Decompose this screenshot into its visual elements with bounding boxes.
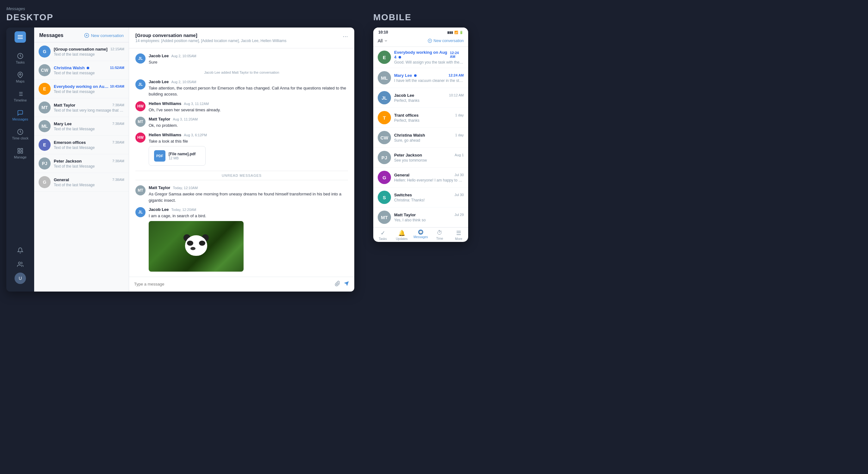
mobile-nav-more[interactable]: ☰ More <box>449 229 468 241</box>
mobile-status-bar: 10:10 ▮▮▮ 📶 🔋 <box>373 28 468 36</box>
conv-item-everybody[interactable]: E Everybody working on Aug 4 10:43AM Tex… <box>34 80 129 98</box>
msg-text-m5: Take a look at this file <box>149 138 348 145</box>
conv-name-matt: Matt Taylor <box>54 103 75 107</box>
mobile-phone: 10:10 ▮▮▮ 📶 🔋 All New conversation <box>373 28 468 242</box>
nav-item-timeline[interactable]: Timeline <box>6 88 34 105</box>
conv-avatar-emerson: E <box>39 139 51 151</box>
send-button[interactable] <box>344 281 349 288</box>
conv-time-christina: 11:52AM <box>110 66 124 69</box>
conv-time-emerson: 7:38AM <box>112 140 124 144</box>
msg-time-m2: Aug 2, 10:05AM <box>172 80 196 84</box>
nav-item-maps[interactable]: Maps <box>6 69 34 86</box>
conv-item-peter[interactable]: PJ Peter Jackson 7:38AM Text of the last… <box>34 154 129 173</box>
msg-time-m6: Today, 12:10AM <box>173 186 198 190</box>
mobile-conv-preview-jacob: Perfect, thanks <box>394 98 464 103</box>
mobile-conv-time-christina: 1 day <box>455 133 464 137</box>
system-message-1: Jacob Lee added Matt Taylor to the conve… <box>135 69 348 75</box>
attachment-icon[interactable] <box>335 281 340 288</box>
message-row-m5: HW Hellen Whilliams Aug 3, 6:12PM Take a… <box>135 132 348 166</box>
msg-avatar-m6: MT <box>135 185 146 195</box>
conv-item-general[interactable]: G General 7:38AM Text of the last Messag… <box>34 173 129 192</box>
nav-item-timeclock[interactable]: Time clock <box>6 126 34 143</box>
mobile-filter-button[interactable]: All <box>378 38 388 43</box>
pdf-icon: PDF <box>154 150 165 162</box>
new-conversation-button[interactable]: New conversation <box>84 33 124 38</box>
nav-label-maps: Maps <box>16 80 25 83</box>
file-size: 12 MB <box>168 156 195 160</box>
conv-item-mary[interactable]: ML Mary Lee 7:38AM Text of the last Mess… <box>34 117 129 136</box>
new-conv-label: New conversation <box>91 33 124 38</box>
mobile-conv-item-switches[interactable]: S Switches Jul 30 Christina: Thanks! <box>373 188 468 208</box>
conv-name-general: General <box>54 178 69 182</box>
mobile-conv-item-general[interactable]: G General Jul 30 Hellen: Hello everyone!… <box>373 167 468 188</box>
app-logo[interactable] <box>14 31 26 43</box>
mobile-nav-time[interactable]: ⏱ Time <box>430 229 449 241</box>
mobile-conv-info-peter: Peter Jackson Aug 1 See you tommorow <box>394 153 464 162</box>
conv-item-matt[interactable]: MT Matt Taylor 7:38AM Text of the last v… <box>34 98 129 117</box>
notification-icon[interactable] <box>14 245 26 256</box>
mobile-conv-item-trant[interactable]: T Trant offices 1 day Perfect, thanks <box>373 108 468 128</box>
msg-text-m6: As Gregor Samsa awoke one morning from u… <box>149 191 348 203</box>
mobile-conv-info-switches: Switches Jul 30 Christina: Thanks! <box>394 193 464 202</box>
mobile-conv-name-christina: Christina Walsh <box>394 133 425 137</box>
mobile-conv-preview-peter: See you tommorow <box>394 158 464 162</box>
mobile-nav-tasks[interactable]: ✓ Tasks <box>373 229 392 241</box>
chat-header: [Group conversation name] 14 employees: … <box>129 28 354 49</box>
mobile-unread-dot-everybody <box>399 56 401 59</box>
people-icon[interactable] <box>14 259 26 270</box>
conv-item-emerson[interactable]: E Emerson offices 7:38AM Text of the las… <box>34 136 129 154</box>
mobile-conversation-list: E Everybody working on Aug 4 12:24 AM Go… <box>373 47 468 227</box>
mobile-nav-tasks-label: Tasks <box>379 237 387 241</box>
message-row-m2: JL Jacob Lee Aug 2, 10:05AM Take attenti… <box>135 80 348 97</box>
panda-nose <box>190 247 195 250</box>
mobile-conv-avatar-jacob: JL <box>378 91 391 104</box>
mobile-nav-updates[interactable]: 🔔 Updates <box>392 229 411 241</box>
msg-sender-m4: Matt Taylor <box>149 117 170 121</box>
mobile-conv-item-jacob[interactable]: JL Jacob Lee 10:12 AM Perfect, thanks <box>373 88 468 108</box>
msg-content-m1: Jacob Lee Aug 2, 10:05AM Sure <box>149 54 348 65</box>
mobile-conv-preview-matt: Yes, I also think so <box>394 218 464 222</box>
user-avatar[interactable]: U <box>14 273 26 284</box>
messages-panel: Messages New conversation G [Group conve… <box>34 28 129 291</box>
mobile-conv-time-mary: 12:24 AM <box>448 73 464 77</box>
nav-item-tasks[interactable]: Tasks <box>6 50 34 67</box>
mobile-conv-preview-trant: Perfect, thanks <box>394 118 464 123</box>
msg-avatar-m1: JL <box>135 54 146 64</box>
mobile-nav-updates-label: Updates <box>396 237 407 241</box>
mobile-conv-preview-switches: Christina: Thanks! <box>394 198 464 202</box>
mobile-nav-messages-label: Messages <box>413 235 428 239</box>
mobile-new-conv-label: New conversation <box>434 39 464 43</box>
mobile-conv-name-matt: Matt Taylor <box>394 213 416 217</box>
nav-label-timeline: Timeline <box>13 98 27 102</box>
conv-item-christina[interactable]: CW Christina Walsh 11:52AM Text of the l… <box>34 61 129 80</box>
conv-time-matt: 7:38AM <box>112 103 124 107</box>
mobile-new-conversation-button[interactable]: New conversation <box>428 39 464 43</box>
mobile-conv-item-matt[interactable]: MT Matt Taylor Jul 29 Yes, I also think … <box>373 208 468 227</box>
conv-info-peter: Peter Jackson 7:38AM Text of the last Me… <box>54 159 124 168</box>
mobile-conv-name-jacob: Jacob Lee <box>394 93 414 98</box>
conv-avatar-matt: MT <box>39 101 51 114</box>
message-input[interactable] <box>134 282 332 286</box>
conv-item-group1[interactable]: G [Group conversation name] 12:15AM Text… <box>34 42 129 61</box>
mobile-conv-avatar-christina: CW <box>378 131 391 144</box>
nav-item-messages[interactable]: Messages <box>6 106 34 124</box>
file-attachment[interactable]: PDF [File name].pdf 12 MB <box>149 146 206 166</box>
mobile-filter-label: All <box>378 38 383 43</box>
msg-sender-m6: Matt Taylor <box>149 185 170 190</box>
nav-item-manage[interactable]: Manage <box>6 145 34 162</box>
message-row-m7: JL Jacob Lee Today, 12:20AM I am a cage,… <box>135 207 348 272</box>
mobile-conv-time-peter: Aug 1 <box>455 153 464 157</box>
mobile-conv-item-mary[interactable]: ML Mary Lee 12:24 AM I have left the vac… <box>373 68 468 88</box>
msg-text-m2: Take attention, the contact person for E… <box>149 85 348 97</box>
mobile-nav-messages[interactable]: 💬 Messages <box>411 229 430 241</box>
mobile-conv-item-everybody[interactable]: E Everybody working on Aug 4 12:24 AM Go… <box>373 47 468 68</box>
mobile-conv-name-switches: Switches <box>394 193 412 197</box>
conv-avatar-mary: ML <box>39 120 51 132</box>
more-options-button[interactable]: ··· <box>343 33 348 40</box>
msg-text-m1: Sure <box>149 59 348 65</box>
mobile-conv-item-christina[interactable]: CW Christina Walsh 1 day Sure, go ahead <box>373 128 468 148</box>
svg-point-13 <box>18 262 21 264</box>
mobile-conv-item-peter[interactable]: PJ Peter Jackson Aug 1 See you tommorow <box>373 148 468 167</box>
mobile-nav-more-label: More <box>455 237 462 241</box>
msg-time-m5: Aug 3, 6:12PM <box>184 133 207 137</box>
